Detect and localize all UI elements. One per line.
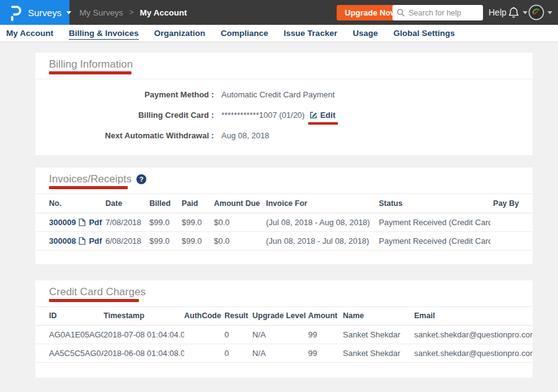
breadcrumb-parent[interactable]: My Surveys [79,8,123,17]
tab-issue-tracker[interactable]: Issue Tracker [284,29,337,38]
col-authcode: AuthCode [184,307,224,326]
charge-result: 0 [224,326,252,344]
pdf-link[interactable]: Pdf [89,218,102,227]
col-result: Result [224,307,252,326]
tab-billing-invoices[interactable]: Billing & Invoices [69,29,139,38]
next-withdrawal-row: Next Automatic Withdrawal : Aug 08, 2018 [49,130,519,141]
search-icon [397,9,405,17]
annotation-underline [49,186,128,189]
pdf-link[interactable]: Pdf [89,236,102,246]
col-status: Status [379,194,490,213]
product-menu[interactable]: Surveys [0,0,69,25]
invoice-status: Payment Received (Credit Card) [379,231,490,250]
invoice-pay-by [490,231,533,250]
billing-credit-card-row: Billing Credit Card : ************1007 (… [49,109,519,121]
invoice-for: (Jun 08, 2018 - Jul 08, 2018) [266,231,379,250]
invoices-receipts-card: Invoices/Receipts ? No. Date Billed Paid… [35,167,533,264]
col-email: Email [414,307,533,326]
billing-information-header: Billing Information [35,53,533,79]
tab-usage[interactable]: Usage [353,29,378,38]
credit-card-charges-header: Credit Card Charges [35,280,533,307]
search-input[interactable] [409,9,477,17]
charge-id: AA5C5C5AG0A [35,344,104,363]
invoice-number-link[interactable]: 300009 [49,218,76,227]
notifications-menu[interactable] [508,0,528,25]
tab-global-settings[interactable]: Global Settings [393,29,454,38]
charge-timestamp: 2018-06-08 01:04:08.0 [104,344,184,363]
col-pay-by: Pay By [490,194,533,213]
invoice-billed: $99.0 [149,231,182,250]
annotation-underline [308,122,338,125]
pdf-file-icon [79,218,86,226]
table-row: AA5C5C5AG0A 2018-06-08 01:04:08.0 0 N/A … [35,344,533,363]
tab-my-account[interactable]: My Account [6,29,53,38]
questionpro-logo-icon [9,4,22,21]
help-link[interactable]: Help [489,0,507,25]
table-row: AG0A1E05AG0A 2018-07-08 01:04:04.0 0 N/A… [35,326,533,344]
charge-email: sanket.shekdar@questionpro.com [414,344,533,363]
edit-label: Edit [320,109,335,121]
col-timestamp: Timestamp [104,307,184,326]
top-bar: Surveys My Surveys > My Account Upgrade … [0,0,558,25]
charge-email: sanket.shekdar@questionpro.com [414,326,533,344]
col-amount-due: Amount Due [214,194,266,213]
invoice-amount-due: $0.0 [214,231,266,250]
charges-table: ID Timestamp AuthCode Result Upgrade Lev… [35,307,533,363]
avatar [528,4,544,20]
breadcrumb-separator-icon: > [130,8,134,17]
invoices-header-row: No. Date Billed Paid Amount Due Invoice … [35,194,533,213]
invoice-number-link[interactable]: 300008 [49,236,76,246]
payment-method-label: Payment Method : [49,89,214,100]
chevron-down-icon [523,11,528,14]
charge-id: AG0A1E05AG0A [35,326,104,344]
invoice-date: 7/08/2018 [105,213,149,231]
credit-card-charges-card: Credit Card Charges ID Timestamp AuthCod… [35,280,533,378]
payment-method-value: Automatic Credit Card Payment [221,89,335,100]
billing-credit-card-label: Billing Credit Card : [49,109,214,121]
chevron-down-icon [547,11,552,14]
billing-page: Billing Information Payment Method : Aut… [0,42,558,378]
breadcrumb-current: My Account [140,8,187,17]
col-no: No. [35,194,105,213]
charge-authcode [184,344,224,363]
edit-credit-card-link[interactable]: Edit [309,109,335,121]
col-upgrade-level: Upgrade Level [252,307,308,326]
invoice-amount-due: $0.0 [214,213,266,231]
invoice-paid: $99.0 [182,231,214,250]
billing-info-rows: Payment Method : Automatic Credit Card P… [35,79,533,155]
billing-information-card: Billing Information Payment Method : Aut… [35,53,533,155]
invoices-table: No. Date Billed Paid Amount Due Invoice … [35,194,533,251]
breadcrumb: My Surveys > My Account [79,0,187,25]
charge-authcode [184,326,224,344]
table-row: 300009 Pdf 7/08/2018 $99.0 $99 [35,213,533,231]
invoice-billed: $99.0 [149,213,182,231]
edit-pencil-icon [309,111,317,119]
help-icon[interactable]: ? [136,174,146,184]
bell-icon [508,6,520,19]
chevron-down-icon [66,11,71,14]
annotation-underline [49,71,131,74]
col-amount: Amount [308,307,343,326]
next-withdrawal-value: Aug 08, 2018 [221,130,269,141]
charges-header-row: ID Timestamp AuthCode Result Upgrade Lev… [35,307,533,326]
user-menu[interactable] [528,0,552,25]
billing-credit-card-value: ************1007 (01/20) [221,109,304,121]
account-nav-tabs: My Account Billing & Invoices Organizati… [0,25,558,42]
col-name: Name [343,307,414,326]
tab-organization[interactable]: Organization [154,29,206,38]
col-date: Date [105,194,149,213]
charge-upgrade-level: N/A [252,344,308,363]
tab-compliance[interactable]: Compliance [221,29,268,38]
invoice-paid: $99.0 [182,213,214,231]
charge-result: 0 [224,344,252,363]
charge-name: Sanket Shekdar [343,344,414,363]
next-withdrawal-label: Next Automatic Withdrawal : [49,130,214,141]
invoice-date: 6/08/2018 [105,231,149,250]
col-invoice-for: Invoice For [266,194,379,213]
charge-name: Sanket Shekdar [343,326,414,344]
col-paid: Paid [182,194,214,213]
section-title: Invoices/Receipts [49,173,131,185]
invoice-for: (Jul 08, 2018 - Aug 08, 2018) [266,213,379,231]
help-search[interactable] [392,5,483,20]
pdf-file-icon [79,237,86,245]
